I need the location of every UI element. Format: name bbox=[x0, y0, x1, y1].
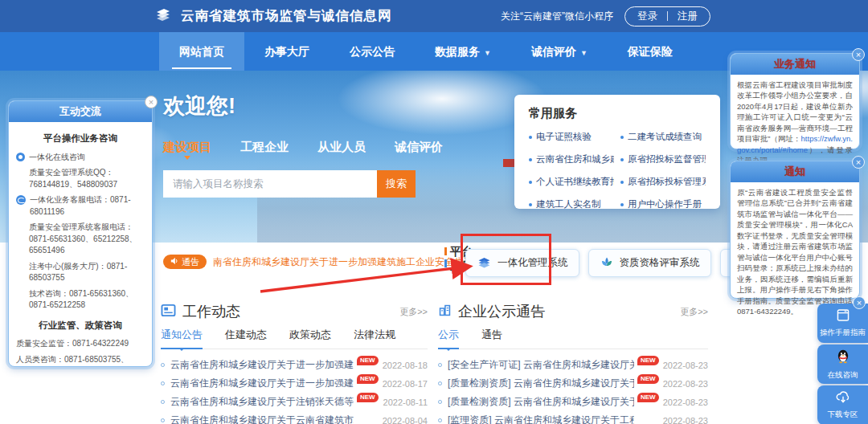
bullet-dot-icon bbox=[529, 158, 532, 161]
new-badge: NEW bbox=[637, 393, 659, 402]
bullet-ring-icon bbox=[438, 381, 442, 385]
manual-guide-button[interactable]: 操作手册指南 bbox=[817, 304, 868, 343]
tab-practitioners[interactable]: 从业人员 bbox=[317, 140, 366, 155]
bullet-ring-icon bbox=[438, 400, 442, 404]
news-item-link[interactable]: 云南省住房和城乡建设厅关于进一步加强建筑施工企业安全生... bbox=[170, 358, 354, 372]
download-zone-button[interactable]: 下载专区 bbox=[817, 385, 868, 424]
building-icon bbox=[438, 304, 452, 320]
service-link-yn-mohurd[interactable]: 云南省住房和城乡建设厅 bbox=[529, 153, 614, 165]
service-link-label: 电子证照核验 bbox=[536, 131, 592, 143]
service-link-old-bidding-supervision[interactable]: 原省招投标监督管理网... bbox=[620, 153, 706, 165]
nav-label: 保证保险 bbox=[628, 45, 673, 58]
company-news-title: 企业公示通告 bbox=[458, 302, 545, 321]
news-item: 云南省住房和城乡建设厅关于云南省建筑市场监管与诚信一体...NEW2022-08… bbox=[161, 411, 428, 424]
company-news-more-link[interactable]: 更多>> bbox=[680, 306, 708, 318]
nav-item-credit-rating[interactable]: 诚信评价▼ bbox=[511, 32, 608, 71]
service-link-continuing-education[interactable]: 个人证书继续教育报名 bbox=[529, 176, 614, 188]
nav-item-data-services[interactable]: 数据服务▼ bbox=[415, 32, 511, 71]
chevron-down-icon: ▼ bbox=[580, 49, 588, 57]
tab-construction-project[interactable]: 建设项目 bbox=[163, 140, 211, 155]
news-item-date: 2022-08-23 bbox=[663, 361, 708, 370]
contact-text: 质量安全监管：0871-64322249 bbox=[16, 339, 129, 348]
news-item: [质量检测资质] 云南省住房和城乡建设厅关于2022年第14批...NEW202… bbox=[438, 393, 708, 411]
qualification-review-system-button[interactable]: 资质资格评审系统 bbox=[588, 249, 711, 277]
online-consult-button[interactable]: 在线咨询 bbox=[817, 344, 868, 384]
tab-engineering-enterprise[interactable]: 工程企业 bbox=[240, 140, 289, 155]
news-item-link[interactable]: [质量检测资质] 云南省住房和城乡建设厅关于2022年第15批... bbox=[448, 377, 634, 390]
contact-text: 一体化业务客服电话：0871-68011196 bbox=[30, 194, 145, 218]
company-news-list: [安全生产许可证] 云南省住房和城乡建设厅关于2022年新申办...NEW202… bbox=[438, 356, 708, 424]
bullet-dot-icon bbox=[529, 203, 532, 206]
interaction-panel-body: 平台操作业务咨询 一体化在线咨询 质量安全管理系统QQ：768144819、54… bbox=[9, 122, 152, 366]
close-icon[interactable]: × bbox=[853, 296, 866, 309]
business-notice-title: 业务通知 bbox=[731, 54, 859, 75]
contact-text: 质量安全管理系统客服电话：0871-65631360、65212258、6565… bbox=[29, 222, 137, 255]
announcement-ticker: 通告 南省住房和城乡建设厅关于进一步加强建筑施工企业安全生产许可证动态监管的通 bbox=[163, 255, 481, 269]
work-news-title: 工作动态 bbox=[182, 302, 240, 321]
brand: 云南省建筑市场监管与诚信信息网 bbox=[153, 0, 392, 32]
tab-housing-news[interactable]: 住建动态 bbox=[225, 328, 267, 342]
contact-line: 人员类咨询：0871-68503755、64320981 bbox=[16, 354, 145, 366]
company-news-section: 企业公示通告 更多>> 公示 通告 [安全生产许可证] 云南省住房和城乡建设厅关… bbox=[438, 301, 708, 424]
tab-public-notice[interactable]: 公示 bbox=[438, 328, 459, 342]
nav-item-service-hall[interactable]: 办事大厅 bbox=[244, 32, 330, 71]
service-link-exam-score[interactable]: 二建考试成绩查询 bbox=[620, 131, 706, 143]
work-news-list: 云南省住房和城乡建设厅关于进一步加强建筑施工企业安全生...NEW2022-08… bbox=[161, 356, 428, 424]
news-item-link[interactable]: [质量检测资质] 云南省住房和城乡建设厅关于2022年第14批... bbox=[448, 395, 634, 409]
contact-text: 质量安全管理系统QQ：768144819、548809037 bbox=[29, 168, 117, 189]
new-badge: NEW bbox=[357, 393, 379, 402]
service-link-worker-realname[interactable]: 建筑工人实名制 bbox=[529, 198, 614, 210]
news-item-link[interactable]: 云南省住房和城乡建设厅关于进一步加强建筑业企业资质及人... bbox=[170, 377, 354, 390]
news-item: 云南省住房和城乡建设厅关于进一步加强建筑施工企业安全生...NEW2022-08… bbox=[161, 356, 428, 374]
news-item-link[interactable]: 云南省住房和城乡建设厅关于云南省建筑市场监管与诚信一体... bbox=[170, 414, 354, 424]
interaction-panel: × 互动交流 平台操作业务咨询 一体化在线咨询 质量安全管理系统QQ：76814… bbox=[8, 100, 153, 367]
search-bar: 搜索 bbox=[163, 170, 416, 198]
service-link-cert-verify[interactable]: 电子证照核验 bbox=[529, 131, 614, 143]
tab-notices[interactable]: 通知公告 bbox=[161, 328, 203, 342]
nav-item-guarantee-insurance[interactable]: 保证保险 bbox=[608, 32, 693, 71]
contact-line: 一体化业务客服电话：0871-68011196 bbox=[16, 194, 145, 218]
topbar-right: 关注“云南建管”微信小程序 登录 注册 bbox=[501, 0, 710, 32]
news-item-link[interactable]: 云南省住房和城乡建设厅关于注销张天德等5名建造师注册许... bbox=[170, 395, 354, 409]
close-icon[interactable]: × bbox=[145, 96, 158, 108]
close-icon[interactable]: × bbox=[852, 48, 865, 61]
news-item: [安全生产许可证] 云南省住房和城乡建设厅关于2022年新申办...NEW202… bbox=[438, 356, 708, 374]
service-link-label: 原省招标投标管理系统 bbox=[628, 176, 706, 188]
news-item-link[interactable]: [监理资质] 云南省住房和城乡建设厅关于工程监理2022年第9... bbox=[448, 414, 634, 424]
ticker-text[interactable]: 南省住房和城乡建设厅关于进一步加强建筑施工企业安全生产许可证动态监管的通 bbox=[213, 255, 481, 269]
service-link-old-bidding-system[interactable]: 原省招标投标管理系统 bbox=[620, 176, 706, 188]
register-button[interactable]: 注册 bbox=[678, 10, 698, 23]
float-label: 操作手册指南 bbox=[820, 328, 866, 338]
integrated-management-system-button[interactable]: 一体化管理系统 bbox=[465, 249, 579, 277]
tab-policy-news[interactable]: 政策动态 bbox=[289, 328, 331, 342]
login-button[interactable]: 登录 bbox=[637, 10, 657, 23]
notice-text: 原“云南省建设工程质量安全监督管理信息系统”已合并到“云南省建筑市场监管与诚信一… bbox=[737, 188, 853, 316]
bullet-ring-icon bbox=[161, 363, 165, 367]
nav-label: 公示公告 bbox=[350, 45, 395, 58]
entry-button-label: 资质资格评审系统 bbox=[620, 256, 700, 270]
close-icon[interactable]: × bbox=[852, 156, 865, 169]
tab-credit-rating[interactable]: 诚信评价 bbox=[395, 140, 443, 155]
common-services-card: 常用服务 电子证照核验 二建考试成绩查询 云南省住房和城乡建设厅 原省招投标监督… bbox=[514, 95, 720, 209]
news-item-date: 2022-08-17 bbox=[383, 379, 428, 389]
ticker-badge-label: 通告 bbox=[182, 256, 199, 268]
work-news-more-link[interactable]: 更多>> bbox=[399, 306, 428, 318]
new-badge: NEW bbox=[637, 356, 659, 365]
contact-line: 质量安全管理系统客服电话：0871-65631360、65212258、6565… bbox=[16, 222, 145, 257]
wechat-follow-text: 关注“云南建管”微信小程序 bbox=[501, 10, 613, 23]
welcome-heading: 欢迎您! bbox=[163, 92, 235, 120]
bullet-ring-icon bbox=[438, 363, 442, 367]
service-link-label: 云南省住房和城乡建设厅 bbox=[536, 153, 614, 165]
news-item: 云南省住房和城乡建设厅关于进一步加强建筑业企业资质及人...NEW2022-08… bbox=[161, 374, 428, 393]
search-button[interactable]: 搜索 bbox=[377, 170, 416, 198]
tab-announcement[interactable]: 通告 bbox=[481, 328, 502, 342]
tab-laws[interactable]: 法律法规 bbox=[354, 328, 395, 342]
news-item-link[interactable]: [安全生产许可证] 云南省住房和城乡建设厅关于2022年新申办... bbox=[448, 358, 634, 372]
online-consult-icon bbox=[16, 153, 25, 161]
search-input[interactable] bbox=[163, 170, 377, 198]
news-item-date: 2022-08-23 bbox=[663, 416, 708, 424]
service-link-user-manual[interactable]: 用户中心操作手册 bbox=[620, 198, 706, 210]
float-label: 下载专区 bbox=[828, 410, 858, 420]
nav-item-announcements[interactable]: 公示公告 bbox=[330, 32, 415, 71]
nav-item-home[interactable]: 网站首页 bbox=[159, 32, 244, 71]
